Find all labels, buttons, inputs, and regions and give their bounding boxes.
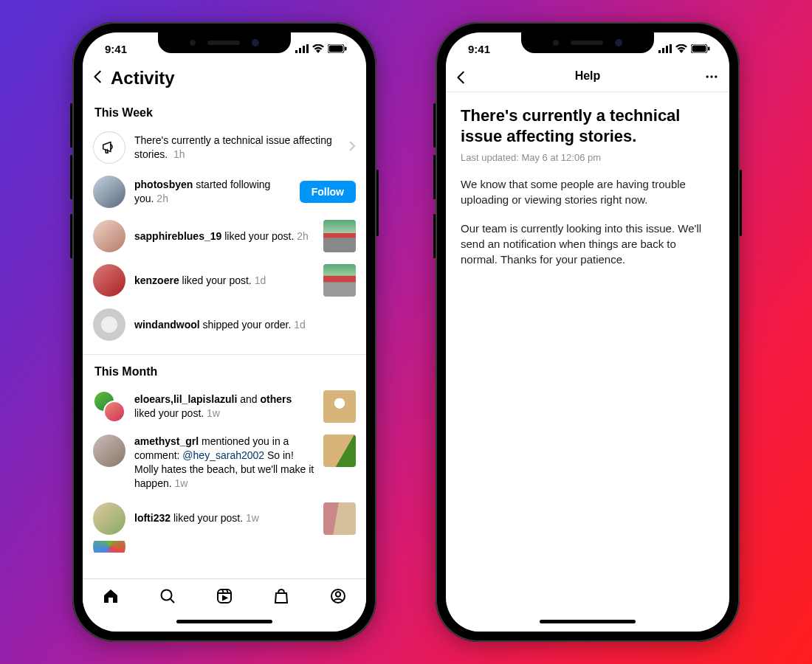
activity-row-like[interactable]: lofti232 liked your post. 1w — [83, 497, 366, 541]
svg-rect-0 — [295, 50, 297, 53]
svg-rect-6 — [345, 47, 347, 51]
back-button[interactable] — [90, 69, 106, 88]
phone-help: 9:41 Help There's currently a technical … — [436, 22, 740, 642]
chevron-left-icon — [90, 69, 106, 85]
cellular-icon — [658, 44, 672, 53]
mention-link[interactable]: @hey_sarah2002 — [182, 449, 264, 461]
svg-rect-15 — [658, 50, 661, 53]
svg-rect-16 — [662, 48, 664, 53]
activity-row-like[interactable]: sapphireblues_19 liked your post. 2h — [83, 214, 366, 258]
nav-home[interactable] — [102, 587, 120, 608]
activity-row-follow[interactable]: photosbyen started following you. 2h Fol… — [83, 170, 366, 214]
avatar[interactable] — [93, 264, 125, 297]
avatar[interactable] — [93, 435, 125, 467]
help-content[interactable]: There's currently a technical issue affe… — [446, 92, 729, 615]
svg-rect-21 — [708, 47, 710, 51]
home-indicator[interactable] — [540, 620, 636, 623]
row-text: amethyst_grl mentioned you in a comment:… — [134, 435, 314, 491]
svg-point-22 — [706, 75, 709, 77]
avatar-stack[interactable] — [93, 390, 125, 423]
status-time: 9:41 — [105, 43, 127, 55]
avatar[interactable] — [93, 176, 125, 208]
megaphone-icon — [101, 139, 117, 156]
svg-rect-17 — [666, 46, 668, 53]
status-indicators — [295, 44, 347, 53]
status-time: 9:41 — [468, 43, 490, 55]
help-updated: Last updated: May 6 at 12:06 pm — [461, 152, 715, 163]
home-icon — [102, 587, 120, 605]
svg-rect-5 — [329, 46, 343, 52]
nav-reels[interactable] — [216, 587, 233, 608]
svg-rect-2 — [303, 46, 305, 53]
activity-row-announcement[interactable]: There's currently a technical issue affe… — [83, 125, 366, 170]
row-text: photosbyen started following you. 2h — [134, 178, 291, 206]
activity-row-mention[interactable]: amethyst_grl mentioned you in a comment:… — [83, 429, 366, 497]
cellular-icon — [295, 44, 309, 53]
svg-point-23 — [710, 75, 712, 77]
home-indicator[interactable] — [176, 620, 272, 623]
row-text: eloears,lil_lapislazuli and others liked… — [134, 392, 314, 421]
help-paragraph: We know that some people are having trou… — [461, 176, 715, 207]
activity-row-like[interactable]: kenzoere liked your post. 1d — [83, 258, 366, 302]
post-thumbnail[interactable] — [323, 390, 356, 423]
home-indicator-area — [83, 615, 366, 632]
reels-icon — [216, 587, 233, 605]
svg-point-14 — [335, 592, 340, 596]
profile-icon — [329, 587, 347, 605]
more-icon — [704, 69, 719, 84]
search-icon — [159, 587, 176, 605]
battery-icon — [328, 44, 347, 53]
svg-rect-1 — [299, 48, 301, 53]
screen-help: 9:41 Help There's currently a technical … — [446, 32, 729, 632]
wifi-icon — [675, 44, 687, 53]
wifi-icon — [312, 44, 324, 53]
nav-profile[interactable] — [329, 587, 347, 608]
svg-rect-3 — [306, 44, 309, 53]
home-indicator-area — [446, 615, 729, 632]
avatar[interactable] — [93, 308, 125, 341]
shop-icon — [272, 587, 290, 605]
phone-activity: 9:41 Activity This Week There's currentl… — [72, 22, 376, 642]
post-thumbnail[interactable] — [323, 502, 356, 535]
nav-search[interactable] — [159, 587, 176, 608]
svg-rect-18 — [670, 44, 672, 53]
row-text: kenzoere liked your post. 1d — [134, 274, 314, 288]
post-thumbnail[interactable] — [323, 220, 356, 252]
announcement-text: There's currently a technical issue affe… — [134, 134, 340, 162]
battery-icon — [691, 44, 710, 53]
post-thumbnail[interactable] — [323, 435, 356, 467]
megaphone-avatar — [93, 131, 125, 164]
svg-rect-20 — [692, 46, 706, 52]
help-heading: There's currently a technical issue affe… — [461, 106, 715, 146]
chevron-left-icon — [453, 69, 469, 86]
back-button[interactable] — [453, 69, 469, 89]
follow-button[interactable]: Follow — [300, 181, 356, 203]
activity-content[interactable]: This Week There's currently a technical … — [83, 96, 366, 578]
status-indicators — [658, 44, 710, 53]
post-thumbnail[interactable] — [323, 264, 356, 297]
svg-line-8 — [171, 599, 174, 603]
section-this-month-title: This Month — [83, 355, 366, 384]
row-text: lofti232 liked your post. 1w — [134, 511, 314, 525]
activity-row-multi-like[interactable]: eloears,lil_lapislazuli and others liked… — [83, 384, 366, 429]
avatar[interactable] — [93, 541, 125, 553]
row-text: windandwool shipped your order. 1d — [134, 318, 356, 332]
screen-activity: 9:41 Activity This Week There's currentl… — [83, 32, 366, 632]
header-activity: Activity — [83, 65, 366, 96]
avatar[interactable] — [93, 220, 125, 252]
activity-row-order[interactable]: windandwool shipped your order. 1d — [83, 302, 366, 347]
chevron-right-icon — [348, 140, 356, 155]
help-paragraph: Our team is currently looking into this … — [461, 221, 715, 267]
page-title: Activity — [111, 68, 175, 89]
avatar[interactable] — [93, 502, 125, 535]
svg-point-24 — [715, 75, 717, 77]
section-this-week-title: This Week — [83, 96, 366, 125]
activity-row-partial[interactable] — [83, 541, 366, 553]
notch — [521, 32, 654, 53]
header-help: Help — [446, 65, 729, 91]
notch — [158, 32, 291, 53]
bottom-nav — [83, 578, 366, 615]
page-title: Help — [575, 69, 601, 83]
nav-shop[interactable] — [272, 587, 290, 608]
more-button[interactable] — [704, 69, 719, 87]
